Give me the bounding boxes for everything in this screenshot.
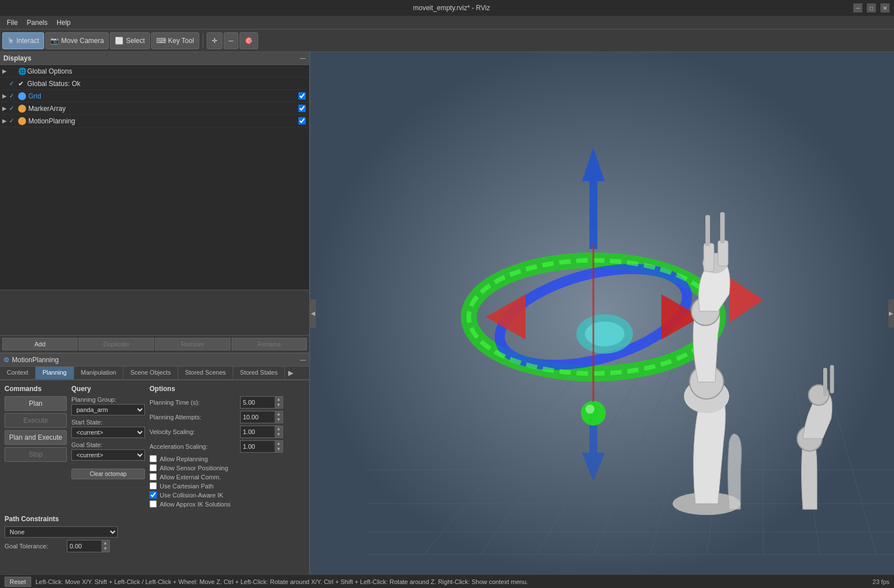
allow-sensor-checkbox[interactable]: [149, 464, 157, 471]
clear-octomap-button[interactable]: Clear octomap: [71, 469, 145, 479]
left-panel: Displays ─ ▶ ✓ 🌐 Global Options ✓ ✔ Glob…: [0, 52, 310, 574]
menu-file[interactable]: File: [2, 18, 22, 28]
collision-ik-checkbox[interactable]: [149, 491, 157, 499]
velocity-scaling-input[interactable]: [241, 427, 275, 436]
statusbar: Reset Left-Click: Move X/Y. Shift + Left…: [0, 574, 894, 588]
plus-button[interactable]: ✛: [207, 32, 223, 49]
reset-button[interactable]: Reset: [5, 577, 31, 587]
viewport[interactable]: ◀ ▶: [310, 52, 894, 574]
select-button[interactable]: ⬜ Select: [110, 32, 149, 49]
rename-button[interactable]: Rename: [232, 338, 307, 350]
titlebar: moveit_empty.rviz* - RViz ─ □ ✕: [0, 0, 894, 16]
planning-attempts-down[interactable]: ▼: [275, 417, 283, 423]
collision-ik-label: Use Collision-Aware IK: [160, 492, 223, 499]
allow-external-checkbox[interactable]: [149, 473, 157, 480]
stop-button[interactable]: Stop: [5, 447, 67, 462]
velocity-scaling-down[interactable]: ▼: [275, 432, 283, 437]
allow-replanning-label: Allow Replanning: [160, 456, 208, 462]
accel-scaling-down[interactable]: ▼: [275, 447, 283, 452]
key-tool-button[interactable]: ⌨ Key Tool: [151, 32, 199, 49]
mp-icon: ⚙: [3, 356, 10, 364]
motion-planning-checkbox[interactable]: [298, 117, 306, 125]
goal-tolerance-up[interactable]: ▲: [101, 540, 109, 546]
cartesian-path-checkbox[interactable]: [149, 482, 157, 490]
goal-tolerance-spin: ▲ ▼: [67, 540, 110, 552]
cursor-icon: 🖱: [7, 37, 14, 45]
cartesian-path-label: Use Cartesian Path: [160, 483, 213, 490]
planning-attempts-spin: ▲ ▼: [240, 411, 283, 423]
displays-buttons: Add Duplicate Remove Rename: [0, 335, 309, 353]
menu-help[interactable]: Help: [52, 18, 75, 28]
camera-icon: 📷: [50, 37, 59, 45]
tab-stored-scenes[interactable]: Stored Scenes: [178, 367, 233, 379]
minimize-button[interactable]: ─: [853, 3, 862, 12]
planning-time-row: Planning Time (s): ▲ ▼: [149, 396, 305, 409]
display-tree: ▶ ✓ 🌐 Global Options ✓ ✔ Global Status: …: [0, 65, 309, 290]
displays-title: Displays: [3, 54, 31, 62]
accel-scaling-input[interactable]: [241, 442, 275, 451]
path-constraints-dropdown[interactable]: None: [5, 526, 118, 538]
allow-external-row: Allow External Comm.: [149, 473, 305, 480]
allow-replanning-checkbox[interactable]: [149, 455, 157, 462]
goal-state-dropdown[interactable]: <current>: [71, 449, 145, 461]
tab-manipulation[interactable]: Manipulation: [74, 367, 123, 379]
tab-scene-objects[interactable]: Scene Objects: [123, 367, 178, 379]
execute-button[interactable]: Execute: [5, 413, 67, 428]
motion-dot-icon: [18, 117, 26, 125]
planning-attempts-input[interactable]: [241, 413, 275, 422]
tab-scroll-right[interactable]: ▶: [285, 367, 297, 379]
maximize-button[interactable]: □: [867, 3, 876, 12]
planning-attempts-spinbtns: ▲ ▼: [275, 411, 283, 423]
approx-ik-checkbox[interactable]: [149, 500, 157, 508]
panel-collapse-handle[interactable]: ◀: [310, 299, 316, 328]
add-button[interactable]: Add: [2, 338, 78, 350]
tab-planning[interactable]: Planning: [36, 367, 74, 379]
mp-close-button[interactable]: ─: [300, 355, 306, 364]
close-button[interactable]: ✕: [880, 3, 889, 12]
tab-context[interactable]: Context: [0, 367, 36, 379]
planning-attempts-up[interactable]: ▲: [275, 411, 283, 417]
path-constraints-section: Path Constraints None Goal Tolerance: ▲: [5, 515, 305, 552]
tab-stored-states[interactable]: Stored States: [233, 367, 285, 379]
plan-execute-button[interactable]: Plan and Execute: [5, 430, 67, 445]
path-constraints-title: Path Constraints: [5, 515, 305, 523]
tree-item-motion-planning[interactable]: ▶ ✓ MotionPlanning: [0, 115, 309, 127]
tree-item-marker-array[interactable]: ▶ ✓ MarkerArray: [0, 102, 309, 115]
window-title: moveit_empty.rviz* - RViz: [50, 4, 853, 12]
planning-time-input[interactable]: [241, 398, 275, 407]
interact-button[interactable]: 🖱 Interact: [2, 32, 44, 49]
plan-button[interactable]: Plan: [5, 396, 67, 411]
marker-array-checkbox[interactable]: [298, 105, 306, 112]
allow-replanning-row: Allow Replanning: [149, 455, 305, 462]
velocity-scaling-up[interactable]: ▲: [275, 426, 283, 432]
commands-column: Commands Plan Execute Plan and Execute S…: [5, 385, 67, 509]
velocity-scaling-spin: ▲ ▼: [240, 426, 283, 438]
planning-group-dropdown[interactable]: panda_arm: [71, 404, 145, 415]
motion-planning-label: MotionPlanning: [28, 117, 75, 125]
accel-scaling-up[interactable]: ▲: [275, 441, 283, 447]
check-motion: ✓: [9, 117, 18, 125]
tree-item-global-status[interactable]: ✓ ✔ Global Status: Ok: [0, 78, 309, 90]
goal-state-label: Goal State:: [71, 441, 145, 448]
grid-dot-icon: [18, 92, 26, 100]
expand-icon-marker: ▶: [2, 105, 9, 111]
displays-close-button[interactable]: ─: [300, 54, 306, 63]
remove-button[interactable]: Remove: [155, 338, 230, 350]
minus-button[interactable]: ─: [224, 32, 239, 49]
planning-time-down[interactable]: ▼: [275, 402, 283, 408]
duplicate-button[interactable]: Duplicate: [79, 338, 154, 350]
right-panel-handle[interactable]: ▶: [888, 299, 894, 328]
motion-planning-title: MotionPlanning: [12, 356, 59, 364]
goal-tolerance-down[interactable]: ▼: [101, 546, 109, 552]
grid-checkbox[interactable]: [298, 92, 306, 100]
move-camera-button[interactable]: 📷 Move Camera: [45, 32, 109, 49]
camera2-button[interactable]: 🎯: [239, 32, 258, 49]
start-state-dropdown[interactable]: <current>: [71, 427, 145, 438]
tree-item-global-options[interactable]: ▶ ✓ 🌐 Global Options: [0, 65, 309, 78]
path-constraints-row: None: [5, 526, 305, 538]
goal-tolerance-input[interactable]: [67, 542, 101, 551]
menu-panels[interactable]: Panels: [22, 18, 52, 28]
planning-time-up[interactable]: ▲: [275, 397, 283, 402]
toolbar-separator: [203, 34, 203, 48]
tree-item-grid[interactable]: ▶ ✓ Grid: [0, 90, 309, 102]
